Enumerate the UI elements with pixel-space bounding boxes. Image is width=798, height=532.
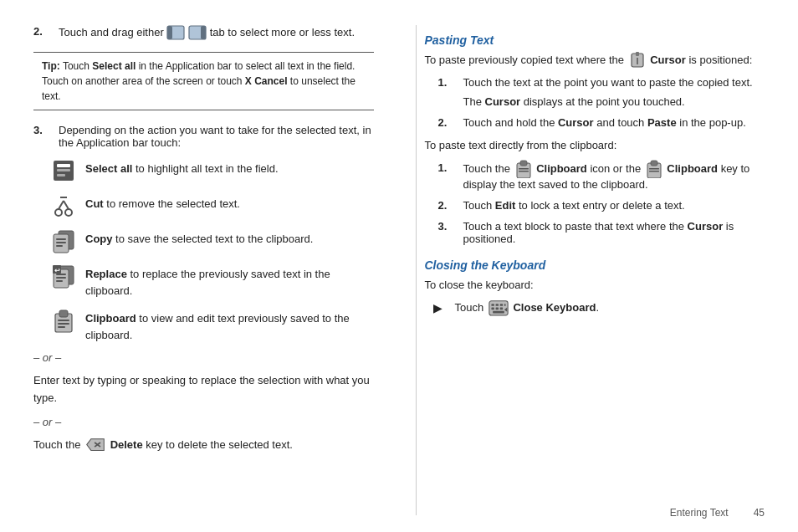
paste-direct-step-3-num: 3. <box>438 220 457 245</box>
step-2-content: Touch and drag either tab to select more… <box>59 25 374 42</box>
svg-rect-42 <box>649 168 659 170</box>
svg-line-10 <box>59 201 64 209</box>
paste-step-2-num: 2. <box>438 116 457 129</box>
svg-text:↩: ↩ <box>54 267 60 274</box>
cut-bold: Cut <box>85 197 104 210</box>
svg-rect-28 <box>58 323 69 325</box>
tip-select-all: Select all <box>92 60 136 72</box>
svg-rect-45 <box>491 304 494 306</box>
replace-row: ↩ Replace to replace the previously save… <box>50 263 374 299</box>
svg-point-8 <box>55 209 62 216</box>
cut-row: Cut to remove the selected text. <box>50 192 374 219</box>
left-column: 2. Touch and drag either ta <box>33 25 391 515</box>
cursor-icon-inline <box>629 52 646 69</box>
closing-keyboard-title: Closing the Keyboard <box>425 258 765 272</box>
svg-rect-15 <box>56 238 66 240</box>
svg-rect-39 <box>519 171 529 172</box>
svg-rect-27 <box>58 320 69 321</box>
paste-direct-step-2-row: 2. Touch Edit to lock a text entry or de… <box>438 199 765 212</box>
copy-bold: Copy <box>85 233 113 245</box>
paste-edit-bold: Edit <box>495 199 516 212</box>
cut-icon <box>50 192 77 219</box>
svg-rect-16 <box>56 242 66 243</box>
svg-rect-41 <box>651 161 657 166</box>
close-intro: To close the keyboard: <box>425 277 765 294</box>
clipboard-row: Clipboard to view and edit text previous… <box>50 307 374 343</box>
close-keyboard-row: ▶ Touch <box>433 300 765 317</box>
tip-label: Tip: <box>42 60 60 72</box>
copy-desc: Copy to save the selected text to the cl… <box>85 228 374 248</box>
tip-box: Tip: Touch Select all in the Application… <box>33 52 374 110</box>
paste-direct-step-3-row: 3. Touch a text block to paste that text… <box>438 220 765 245</box>
paste-direct-clipboard-2: Clipboard <box>667 162 718 175</box>
paste-step-1-content: Touch the text at the point you want to … <box>463 76 765 108</box>
delete-bold: Delete <box>110 438 143 451</box>
clipboard-desc: Clipboard to view and edit text previous… <box>85 307 374 343</box>
close-keyboard-period: . <box>596 302 599 315</box>
clipboard-bold: Clipboard <box>85 312 136 325</box>
paste-direct-step-2-content: Touch Edit to lock a text entry or delet… <box>463 199 765 212</box>
paste-intro2: is positioned: <box>688 54 752 66</box>
close-keyboard-bold: Close Keyboard <box>513 302 596 315</box>
paste-step-1-num: 1. <box>438 76 457 108</box>
step-2-text: Touch and drag either <box>59 26 164 38</box>
or-line-1: – or – <box>33 351 374 364</box>
paste-direct-intro: To paste text directly from the clipboar… <box>425 137 765 155</box>
step-3-content: Depending on the action you want to take… <box>59 124 374 149</box>
paste-step-1-sub: The Cursor displays at the point you tou… <box>463 95 765 108</box>
close-keyboard-icon <box>489 299 509 316</box>
svg-rect-43 <box>649 171 659 172</box>
paste-direct-step-2-num: 2. <box>438 199 457 212</box>
action-icon-list: Select all to highlight all text in the … <box>50 157 374 343</box>
footer-page-number: 45 <box>754 507 765 519</box>
svg-rect-38 <box>519 168 529 170</box>
paste-step-2-content: Touch and hold the Cursor and touch Past… <box>463 116 765 129</box>
replace-desc: Replace to replace the previously saved … <box>85 263 374 299</box>
step-2-num: 2. <box>33 25 52 42</box>
svg-rect-17 <box>56 245 63 247</box>
paste-intro-text: To paste previously copied text where th… <box>425 52 765 69</box>
clipboard-inline-icon-2 <box>646 161 662 177</box>
paste-cursor-label: Cursor <box>650 54 686 66</box>
paste-cursor-final: Cursor <box>688 220 724 233</box>
paste-direct-step-3-content: Touch a text block to paste that text wh… <box>463 220 765 245</box>
svg-rect-52 <box>493 311 504 314</box>
svg-line-11 <box>64 201 69 209</box>
cut-desc: Cut to remove the selected text. <box>85 192 374 212</box>
delete-text-body: Touch the Delete key to delete the selec… <box>33 437 374 454</box>
close-bullet-sym: ▶ <box>433 300 448 317</box>
tab-right-icon <box>188 24 207 41</box>
page-footer: Entering Text 45 <box>670 507 765 519</box>
paste-step-1-main: Touch the text at the point you want to … <box>463 76 765 89</box>
replace-icon: ↩ <box>50 263 77 289</box>
paste-direct-clipboard-1: Clipboard <box>536 162 587 175</box>
close-keyboard-content: Touch Close K <box>455 300 765 317</box>
svg-rect-6 <box>57 169 70 171</box>
paste-step-2-paste: Paste <box>647 116 677 129</box>
step-3-num: 3. <box>33 124 52 149</box>
svg-rect-7 <box>57 174 65 176</box>
select-all-row: Select all to highlight all text in the … <box>50 157 374 184</box>
select-all-icon <box>50 157 77 184</box>
cursor-label-sub: Cursor <box>485 95 521 108</box>
delete-icon-inline <box>85 436 105 453</box>
copy-icon <box>50 228 77 254</box>
tab-left-icon <box>166 24 185 41</box>
delete-prefix: Touch the <box>33 438 80 451</box>
step-3-row: 3. Depending on the action you want to t… <box>33 124 374 149</box>
svg-rect-3 <box>201 26 206 39</box>
svg-rect-34 <box>636 52 639 56</box>
select-all-bold: Select all <box>85 162 132 175</box>
delete-suffix: key to delete the selected text. <box>146 438 293 451</box>
pasting-text-title: Pasting Text <box>425 33 765 47</box>
copy-row: Copy to save the selected text to the cl… <box>50 228 374 254</box>
replace-bold: Replace <box>85 268 127 280</box>
tip-text1: Touch <box>63 60 92 72</box>
step-2-rest: tab to select more or less text. <box>210 26 355 38</box>
svg-rect-48 <box>504 304 506 306</box>
select-all-desc: Select all to highlight all text in the … <box>85 157 374 177</box>
svg-rect-29 <box>58 326 65 328</box>
svg-rect-47 <box>500 304 503 306</box>
svg-point-9 <box>65 209 72 216</box>
paste-direct-step-1-content: Touch the Clipboard icon or the <box>463 161 765 191</box>
